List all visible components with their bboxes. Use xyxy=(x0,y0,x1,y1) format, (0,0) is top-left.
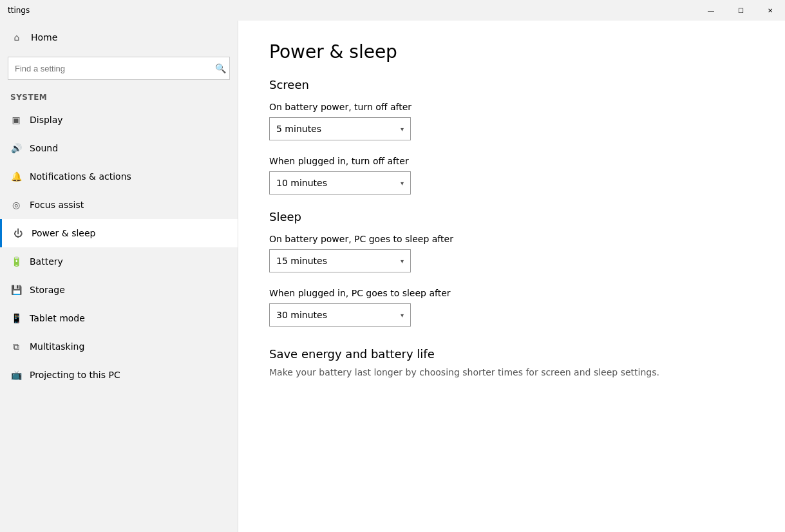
nav-label-projecting: Projecting to this PC xyxy=(30,370,120,380)
battery-screen-dropdown[interactable]: 5 minutes ▾ xyxy=(269,117,411,140)
battery-screen-chevron-icon: ▾ xyxy=(401,126,404,133)
plugged-sleep-chevron-icon: ▾ xyxy=(401,312,404,319)
plugged-screen-value: 10 minutes xyxy=(276,178,327,188)
maximize-button[interactable]: ☐ xyxy=(726,0,755,21)
battery-screen-value: 5 minutes xyxy=(276,124,321,134)
plugged-sleep-group: When plugged in, PC goes to sleep after … xyxy=(269,288,754,327)
nav-label-sound: Sound xyxy=(30,143,58,153)
sidebar-item-storage[interactable]: 💾 Storage xyxy=(0,276,238,304)
title-bar: ttings — ☐ ✕ xyxy=(0,0,785,21)
sidebar-item-tablet-mode[interactable]: 📱 Tablet mode xyxy=(0,304,238,332)
sidebar-item-display[interactable]: ▣ Display xyxy=(0,106,238,134)
sidebar-item-notifications[interactable]: 🔔 Notifications & actions xyxy=(0,162,238,191)
display-icon: ▣ xyxy=(10,114,22,126)
nav-label-display: Display xyxy=(30,115,63,125)
close-button[interactable]: ✕ xyxy=(755,0,785,21)
multitasking-icon: ⧉ xyxy=(10,341,22,352)
sidebar-item-home[interactable]: ⌂ Home xyxy=(0,23,238,52)
sidebar-item-multitasking[interactable]: ⧉ Multitasking xyxy=(0,332,238,361)
sidebar-item-projecting[interactable]: 📺 Projecting to this PC xyxy=(0,361,238,389)
power-icon: ⏻ xyxy=(12,227,24,239)
nav-label-tablet-mode: Tablet mode xyxy=(30,313,85,323)
sidebar-item-power-sleep[interactable]: ⏻ Power & sleep xyxy=(0,219,238,247)
title-bar-text: ttings xyxy=(8,6,30,15)
plugged-screen-chevron-icon: ▾ xyxy=(401,180,404,187)
sound-icon: 🔊 xyxy=(10,142,22,154)
nav-label-focus-assist: Focus assist xyxy=(30,200,84,210)
screen-section-title: Screen xyxy=(269,78,754,91)
nav-label-battery: Battery xyxy=(30,256,63,267)
nav-label-storage: Storage xyxy=(30,285,65,295)
app-container: ⌂ Home 🔍 System ▣ Display 🔊 Sound 🔔 Noti… xyxy=(0,21,785,532)
battery-sleep-chevron-icon: ▾ xyxy=(401,258,404,265)
main-content: Power & sleep Screen On battery power, t… xyxy=(238,21,785,532)
projecting-icon: 📺 xyxy=(10,369,22,381)
plugged-screen-group: When plugged in, turn off after 10 minut… xyxy=(269,156,754,195)
battery-sleep-dropdown[interactable]: 15 minutes ▾ xyxy=(269,249,411,272)
plugged-sleep-label: When plugged in, PC goes to sleep after xyxy=(269,288,754,298)
storage-icon: 💾 xyxy=(10,284,22,296)
battery-icon: 🔋 xyxy=(10,256,22,267)
home-label: Home xyxy=(31,32,57,43)
home-icon: ⌂ xyxy=(10,31,23,44)
sidebar-item-focus-assist[interactable]: ◎ Focus assist xyxy=(0,191,238,219)
nav-label-multitasking: Multitasking xyxy=(30,341,84,352)
system-section-label: System xyxy=(0,85,238,106)
plugged-screen-dropdown[interactable]: 10 minutes ▾ xyxy=(269,171,411,195)
sleep-section-title: Sleep xyxy=(269,210,754,223)
battery-sleep-value: 15 minutes xyxy=(276,256,327,266)
page-title: Power & sleep xyxy=(269,41,754,62)
battery-screen-group: On battery power, turn off after 5 minut… xyxy=(269,102,754,140)
save-energy-title: Save energy and battery life xyxy=(269,347,754,361)
nav-label-power-sleep: Power & sleep xyxy=(32,228,95,238)
search-container: 🔍 xyxy=(0,52,238,85)
search-icon[interactable]: 🔍 xyxy=(215,63,226,73)
notifications-icon: 🔔 xyxy=(10,171,22,182)
sidebar: ⌂ Home 🔍 System ▣ Display 🔊 Sound 🔔 Noti… xyxy=(0,21,238,532)
title-bar-controls: — ☐ ✕ xyxy=(696,0,785,21)
search-input[interactable] xyxy=(8,57,230,80)
plugged-sleep-value: 30 minutes xyxy=(276,310,327,320)
tablet-mode-icon: 📱 xyxy=(10,312,22,324)
nav-label-notifications: Notifications & actions xyxy=(30,171,131,182)
save-energy-description: Make your battery last longer by choosin… xyxy=(269,366,754,379)
plugged-sleep-dropdown[interactable]: 30 minutes ▾ xyxy=(269,303,411,327)
sidebar-item-sound[interactable]: 🔊 Sound xyxy=(0,134,238,162)
sidebar-item-battery[interactable]: 🔋 Battery xyxy=(0,247,238,276)
battery-sleep-label: On battery power, PC goes to sleep after xyxy=(269,234,754,244)
battery-screen-label: On battery power, turn off after xyxy=(269,102,754,112)
plugged-screen-label: When plugged in, turn off after xyxy=(269,156,754,166)
focus-assist-icon: ◎ xyxy=(10,199,22,211)
minimize-button[interactable]: — xyxy=(696,0,726,21)
battery-sleep-group: On battery power, PC goes to sleep after… xyxy=(269,234,754,272)
